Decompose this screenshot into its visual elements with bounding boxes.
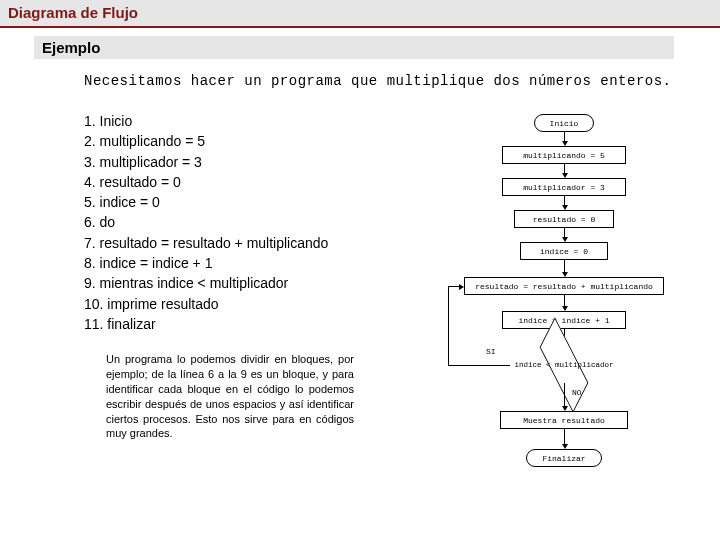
section-subtitle: Ejemplo [34, 36, 674, 59]
flow-arrow [564, 429, 565, 445]
flow-process: resultado = 0 [514, 210, 614, 228]
flow-process: resultado = resultado + multiplicando [464, 277, 664, 295]
flow-process: indice = 0 [520, 242, 608, 260]
flowchart: Inicio multiplicando = 5 multiplicador =… [434, 114, 704, 534]
flow-terminal-start: Inicio [534, 114, 594, 132]
flow-output: Muestra resultado [500, 411, 628, 429]
flow-process: indice = indice + 1 [502, 311, 626, 329]
problem-statement: Necesitamos hacer un programa que multip… [84, 73, 674, 89]
flow-terminal-end: Finalizar [526, 449, 602, 467]
flow-arrow [448, 365, 510, 366]
flow-branch-no: NO [572, 388, 582, 397]
explanatory-note: Un programa lo podemos dividir en bloque… [106, 352, 354, 441]
page-title: Diagrama de Flujo [0, 0, 720, 28]
flow-process: multiplicador = 3 [502, 178, 626, 196]
flow-decision-label: indice < multiplicador [509, 347, 619, 383]
flow-arrow [564, 383, 565, 407]
arrow-right-icon [459, 284, 464, 290]
flow-branch-yes: SI [486, 347, 496, 356]
flow-arrow [448, 286, 449, 366]
flow-decision: indice < multiplicador [509, 347, 619, 383]
flow-process: multiplicando = 5 [502, 146, 626, 164]
